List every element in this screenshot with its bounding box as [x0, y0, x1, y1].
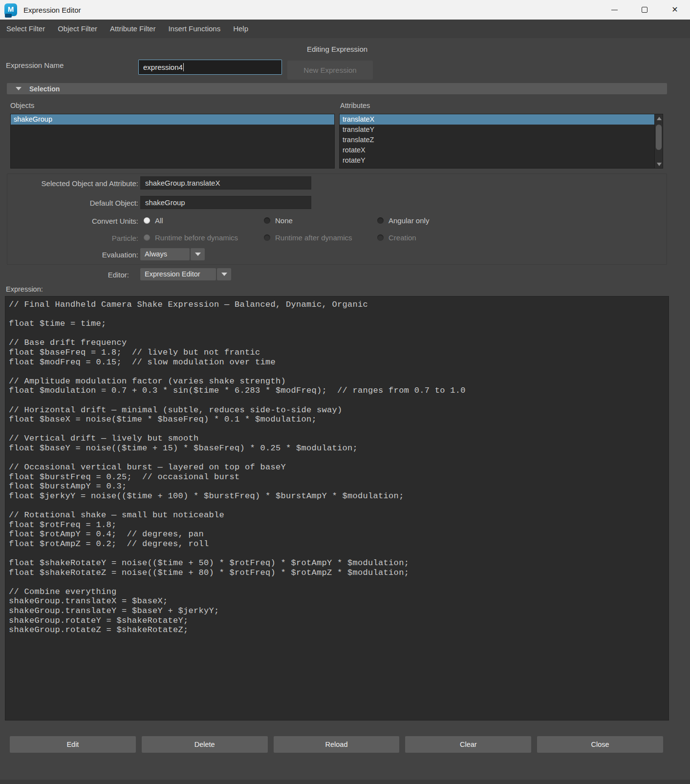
radio-runtime-after-dynamics: Runtime after dynamics [264, 233, 352, 242]
radio-label: Angular only [388, 216, 429, 225]
attribute-list-item[interactable]: rotateZ [340, 166, 654, 169]
selected-object-attribute-label: Selected Object and Attribute: [0, 179, 138, 188]
window-bottom-edge [0, 780, 690, 784]
radio-convert-angular-only[interactable]: Angular only [377, 216, 429, 225]
maximize-button[interactable] [629, 0, 660, 20]
text-cursor [183, 63, 184, 71]
selected-object-attribute-value: shakeGroup.translateX [145, 179, 220, 187]
delete-button[interactable]: Delete [142, 736, 268, 753]
radio-convert-none[interactable]: None [264, 216, 293, 225]
evaluation-dropdown[interactable]: Always [140, 248, 205, 260]
chevron-down-icon [195, 253, 201, 256]
footer-button-bar: Edit Delete Reload Clear Close [10, 736, 663, 753]
radio-label: Runtime after dynamics [275, 233, 352, 242]
expression-name-input[interactable]: expression4 [138, 60, 282, 75]
convert-units-group: All None Angular only [0, 216, 660, 225]
selection-section-header[interactable]: Selection [7, 83, 667, 94]
radio-label: None [275, 216, 293, 225]
window-title: Expression Editor [23, 6, 81, 14]
scroll-up-icon [657, 117, 662, 120]
radio-unselected-icon [264, 217, 270, 224]
expression-code-text: // Final Handheld Camera Shake Expressio… [5, 297, 668, 635]
radio-unselected-disabled-icon [377, 234, 384, 241]
scroll-down-icon [657, 163, 662, 166]
collapse-arrow-icon [16, 87, 22, 90]
objects-list: shakeGroup [10, 114, 335, 169]
maximize-icon [642, 7, 647, 13]
clear-button[interactable]: Clear [405, 736, 531, 753]
dropdown-arrow-button[interactable] [217, 268, 231, 280]
expression-label: Expression: [6, 285, 43, 293]
expression-code-editor[interactable]: // Final Handheld Camera Shake Expressio… [5, 296, 669, 720]
attributes-scrollbar[interactable] [654, 114, 663, 168]
menu-select-filter[interactable]: Select Filter [0, 20, 51, 38]
default-object-label: Default Object: [0, 199, 138, 207]
radio-label: Creation [388, 233, 416, 242]
scroll-down-button[interactable] [655, 160, 663, 168]
radio-runtime-before-dynamics: Runtime before dynamics [144, 233, 238, 242]
evaluation-value: Always [140, 248, 190, 260]
radio-creation: Creation [377, 233, 416, 242]
attribute-list-item[interactable]: translateZ [340, 135, 654, 145]
attribute-list-item[interactable]: rotateX [340, 145, 654, 155]
radio-convert-all[interactable]: All [144, 216, 163, 225]
radio-unselected-icon [377, 217, 384, 224]
titlebar: M Expression Editor ✕ [0, 0, 690, 20]
radio-label: All [155, 216, 163, 225]
radio-label: Runtime before dynamics [155, 233, 238, 242]
attribute-list-item[interactable]: translateX [340, 114, 654, 125]
autodesk-badge-icon [5, 14, 12, 18]
attributes-label: Attributes [340, 102, 370, 109]
attribute-list-item[interactable]: rotateY [340, 155, 654, 166]
attributes-list: translateX translateY translateZ rotateX… [339, 114, 663, 169]
window-controls: ✕ [599, 0, 690, 20]
objects-label: Objects [10, 102, 34, 109]
evaluation-label: Evaluation: [0, 251, 138, 259]
radio-unselected-disabled-icon [264, 234, 270, 241]
expression-editor-window: M Expression Editor ✕ Select Filter Obje… [0, 0, 690, 784]
default-object-field[interactable]: shakeGroup [140, 196, 311, 209]
edit-button[interactable]: Edit [10, 736, 136, 753]
reload-button[interactable]: Reload [274, 736, 400, 753]
close-icon: ✕ [671, 6, 678, 14]
menu-attribute-filter[interactable]: Attribute Filter [104, 20, 162, 38]
editor-label: Editor: [0, 271, 129, 279]
close-button[interactable]: ✕ [660, 0, 690, 20]
selection-section-title: Selection [29, 85, 60, 93]
minimize-button[interactable] [599, 0, 629, 20]
scrollbar-thumb[interactable] [656, 125, 662, 150]
radio-selected-icon [144, 217, 150, 224]
new-expression-button[interactable]: New Expression [287, 61, 373, 80]
radio-selected-disabled-icon [144, 234, 150, 241]
minimize-icon [611, 10, 618, 10]
particle-group: Runtime before dynamics Runtime after dy… [0, 233, 660, 242]
object-list-item[interactable]: shakeGroup [11, 114, 334, 125]
menubar: Select Filter Object Filter Attribute Fi… [0, 20, 690, 38]
menu-object-filter[interactable]: Object Filter [51, 20, 104, 38]
editing-mode-label: Editing Expression [0, 45, 674, 53]
selected-object-attribute-field[interactable]: shakeGroup.translateX [140, 176, 311, 190]
editor-value: Expression Editor [140, 268, 216, 280]
editor-dropdown[interactable]: Expression Editor [140, 268, 231, 280]
expression-name-value: expression4 [143, 63, 183, 71]
attribute-list-item[interactable]: translateY [340, 125, 654, 135]
dropdown-arrow-button[interactable] [191, 248, 205, 260]
default-object-value: shakeGroup [145, 198, 185, 207]
close-window-button[interactable]: Close [537, 736, 663, 753]
expression-name-label: Expression Name [6, 61, 64, 69]
scroll-up-button[interactable] [655, 114, 663, 122]
chevron-down-icon [221, 273, 227, 276]
maya-app-icon: M [4, 3, 17, 16]
menu-help[interactable]: Help [227, 20, 255, 38]
menu-insert-functions[interactable]: Insert Functions [162, 20, 227, 38]
